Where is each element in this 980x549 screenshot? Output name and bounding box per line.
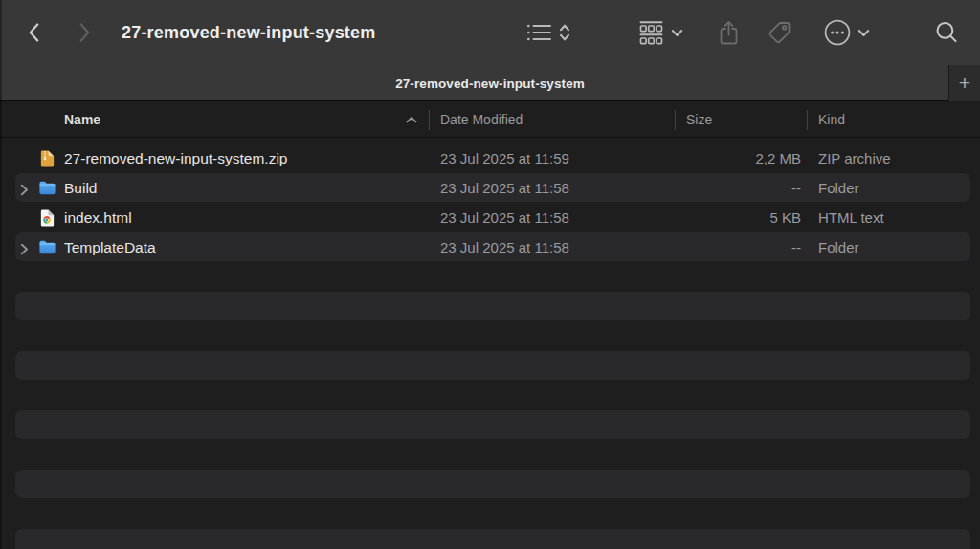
disclosure-chevron-icon — [20, 153, 29, 165]
file-date-modified: 23 Jul 2025 at 11:58 — [440, 203, 569, 232]
column-header-name[interactable]: Name — [64, 102, 100, 138]
chevron-left-icon — [27, 22, 41, 44]
row-background — [15, 499, 970, 528]
file-name: Build — [64, 173, 97, 203]
view-mode-button[interactable] — [524, 20, 573, 45]
finder-window: 27-removed-new-input-system — [0, 0, 980, 549]
row-background — [15, 351, 970, 380]
group-view-icon — [637, 20, 665, 45]
tag-icon — [767, 20, 792, 46]
file-size: 5 KB — [675, 203, 801, 232]
row-background — [15, 440, 970, 469]
file-date-modified: 23 Jul 2025 at 11:58 — [440, 232, 569, 262]
empty-row — [0, 381, 980, 410]
column-headers: Name Date Modified Size Kind — [0, 102, 980, 138]
file-kind: Folder — [818, 232, 859, 262]
zip-file-icon — [38, 149, 56, 167]
file-row[interactable]: TemplateData 23 Jul 2025 at 11:58 -- Fol… — [0, 232, 980, 262]
chevron-down-icon — [671, 29, 683, 37]
file-list: Name Date Modified Size Kind 27-removed-… — [0, 102, 980, 549]
tags-button[interactable] — [765, 18, 794, 48]
chrome-html-icon — [38, 209, 56, 227]
empty-row — [0, 499, 980, 529]
share-button[interactable] — [715, 18, 743, 48]
row-background — [15, 410, 970, 439]
empty-row — [0, 321, 980, 351]
file-date-modified: 23 Jul 2025 at 11:59 — [440, 143, 569, 173]
chevron-right-icon — [78, 22, 92, 44]
new-tab-button[interactable]: + — [948, 65, 980, 101]
chevron-down-icon — [858, 29, 870, 37]
column-resize-handle[interactable] — [807, 110, 808, 130]
toolbar: 27-removed-new-input-system — [0, 0, 980, 65]
forward-button[interactable] — [76, 20, 94, 46]
empty-row — [0, 529, 980, 549]
tab-active[interactable]: 27-removed-new-input-system — [0, 65, 980, 101]
row-background — [15, 529, 970, 549]
column-resize-handle[interactable] — [675, 110, 676, 130]
file-date-modified: 23 Jul 2025 at 11:58 — [440, 173, 569, 203]
share-icon — [717, 20, 741, 46]
file-size: 2,2 MB — [675, 143, 801, 173]
sort-toggle-icon — [558, 22, 571, 43]
folder-icon — [38, 238, 56, 256]
file-name: 27-removed-new-input-system.zip — [64, 143, 287, 173]
window-chrome: 27-removed-new-input-system — [0, 0, 980, 101]
file-size: -- — [675, 173, 801, 203]
search-icon — [934, 20, 960, 46]
file-rows: 27-removed-new-input-system.zip 23 Jul 2… — [0, 139, 980, 549]
column-header-date-modified[interactable]: Date Modified — [440, 102, 523, 138]
file-kind: ZIP archive — [818, 143, 891, 173]
group-by-button[interactable] — [635, 18, 685, 47]
tab-title: 27-removed-new-input-system — [395, 77, 585, 91]
list-view-icon — [526, 22, 552, 43]
row-background — [15, 321, 970, 350]
column-header-kind[interactable]: Kind — [818, 102, 845, 138]
window-title: 27-removed-new-input-system — [122, 23, 375, 43]
file-row[interactable]: 27-removed-new-input-system.zip 23 Jul 2… — [0, 143, 980, 173]
file-kind: Folder — [818, 173, 859, 203]
row-background — [15, 381, 970, 409]
file-name: TemplateData — [64, 232, 156, 262]
row-background — [15, 262, 970, 291]
file-size: -- — [675, 232, 801, 262]
column-header-size[interactable]: Size — [686, 102, 712, 138]
column-resize-handle[interactable] — [429, 110, 430, 130]
row-background — [15, 292, 970, 320]
empty-row — [0, 410, 980, 440]
sort-ascending-icon — [406, 116, 417, 124]
tab-bar: 27-removed-new-input-system + — [0, 65, 980, 101]
row-background — [15, 470, 970, 498]
empty-row — [0, 470, 980, 499]
empty-row — [0, 262, 980, 292]
disclosure-chevron-icon[interactable] — [20, 242, 29, 254]
folder-icon — [38, 179, 56, 197]
back-button[interactable] — [25, 20, 43, 46]
ellipsis-circle-icon — [823, 18, 852, 47]
search-button[interactable] — [932, 18, 962, 48]
file-row[interactable]: index.html 23 Jul 2025 at 11:58 5 KB HTM… — [0, 203, 980, 232]
file-kind: HTML text — [818, 203, 884, 232]
empty-row — [0, 292, 980, 321]
more-actions-button[interactable] — [821, 16, 872, 49]
empty-row — [0, 351, 980, 381]
file-name: index.html — [64, 203, 132, 232]
file-row[interactable]: Build 23 Jul 2025 at 11:58 -- Folder — [0, 173, 980, 203]
empty-row — [0, 440, 980, 470]
disclosure-chevron-icon[interactable] — [20, 183, 29, 195]
disclosure-chevron-icon — [20, 212, 29, 225]
